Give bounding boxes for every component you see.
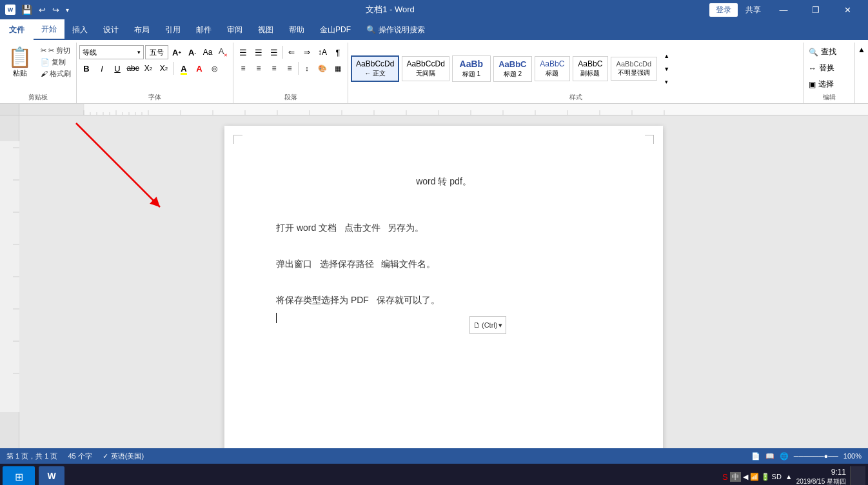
style-nospacing-preview: AaBbCcDd: [406, 59, 444, 68]
increase-indent-button[interactable]: ⇒: [300, 45, 314, 59]
grow-font-button[interactable]: A+: [170, 45, 184, 59]
status-bar: 第 1 页，共 1 页 45 个字 ✓ 英语(美国) 📄 📖 🌐 ──────●…: [0, 448, 868, 464]
menu-home[interactable]: 开始: [34, 19, 64, 40]
ruler-corner: [0, 104, 19, 115]
change-case-button[interactable]: Aa: [201, 45, 215, 59]
format-painter-button[interactable]: 🖌 格式刷: [38, 68, 74, 79]
menu-help[interactable]: 帮助: [281, 19, 312, 40]
customize-icon[interactable]: ▾: [64, 6, 71, 14]
shading-button[interactable]: 🎨: [315, 61, 330, 75]
font-size-selector[interactable]: 五号: [145, 45, 168, 59]
bold-button[interactable]: B: [79, 61, 94, 75]
style-h1[interactable]: AaBb 标题 1: [452, 55, 491, 82]
quick-access-toolbar[interactable]: 💾 ↩ ↪ ▾: [19, 5, 71, 15]
view-read-icon[interactable]: 📖: [765, 452, 774, 460]
font-family-selector[interactable]: 等线 ▾: [79, 45, 144, 59]
select-button[interactable]: ▣ 选择: [806, 77, 836, 91]
style-subtle[interactable]: AaBbCcDd 不明显强调: [611, 57, 657, 81]
menu-references[interactable]: 引用: [157, 19, 188, 40]
multilevel-button[interactable]: ☰: [267, 45, 281, 59]
shrink-font-button[interactable]: A-: [185, 45, 199, 59]
view-web-icon[interactable]: 🌐: [780, 452, 789, 460]
replace-button[interactable]: ↔ 替换: [806, 61, 837, 75]
style-h3[interactable]: AaBbC 标题: [535, 56, 570, 81]
subscript-button[interactable]: X2: [141, 61, 155, 75]
sort-button[interactable]: ↕A: [315, 45, 330, 59]
line-spacing-button[interactable]: ↕: [300, 61, 314, 75]
menu-review[interactable]: 审阅: [219, 19, 250, 40]
italic-button[interactable]: I: [95, 61, 109, 75]
styles-group: AaBbCcDd ← 正文 AaBbCcDd 无间隔 AaBb 标题 1 AaB…: [348, 43, 804, 103]
style-subtitle[interactable]: AaBbC 副标题: [573, 56, 608, 81]
menu-design[interactable]: 设计: [95, 19, 126, 40]
highlight-button[interactable]: A: [177, 61, 191, 75]
status-right: 📄 📖 🌐 ──────●── 100%: [751, 452, 862, 460]
view-normal-icon[interactable]: 📄: [751, 452, 760, 460]
bullets-button[interactable]: ☰: [236, 45, 250, 59]
menu-layout[interactable]: 布局: [126, 19, 157, 40]
show-hide-button[interactable]: ¶: [331, 45, 345, 59]
time-display: 9:11: [796, 467, 846, 478]
cut-button[interactable]: ✂ ✂ 剪切: [38, 45, 74, 56]
numbering-button[interactable]: ☰: [252, 45, 266, 59]
tray-icon-arrow: ◀: [743, 473, 748, 481]
show-desktop-button[interactable]: [850, 466, 865, 485]
align-right-button[interactable]: ≡: [267, 61, 281, 75]
taskbar-word-button[interactable]: W: [39, 466, 64, 485]
style-normal-label: ← 正文: [356, 69, 394, 78]
style-h2[interactable]: AaBbC 标题 2: [493, 56, 532, 82]
document-container: word 转 pdf。 打开 word 文档 点击文件 另存为。 弹出窗口 选择…: [224, 126, 663, 438]
corner-tr: [645, 135, 654, 144]
clear-format-button[interactable]: A✕: [216, 45, 230, 59]
taskbar-word-icon: W: [47, 471, 55, 481]
window-title: 文档1 - Word: [366, 4, 415, 15]
align-left-button[interactable]: ≡: [236, 61, 250, 75]
menu-insert[interactable]: 插入: [64, 19, 95, 40]
corner-tl: [233, 135, 242, 144]
font-color-button[interactable]: A: [192, 61, 206, 75]
borders-button[interactable]: ▦: [331, 61, 345, 75]
styles-expand[interactable]: ▾: [661, 76, 673, 88]
style-normal[interactable]: AaBbCcDd ← 正文: [351, 55, 399, 82]
menu-view[interactable]: 视图: [250, 19, 281, 40]
styles-scroll-down[interactable]: ▼: [661, 63, 673, 75]
document-area[interactable]: word 转 pdf。 打开 word 文档 点击文件 另存为。 弹出窗口 选择…: [19, 115, 868, 448]
ribbon: 📋 粘贴 ✂ ✂ 剪切 📄 复制 🖌 格式刷 剪贴板: [0, 40, 868, 104]
save-icon[interactable]: 💾: [19, 5, 34, 15]
zoom-slider[interactable]: ──────●──: [794, 452, 838, 460]
redo-icon[interactable]: ↪: [50, 5, 61, 15]
menu-file[interactable]: 文件: [0, 19, 34, 40]
start-button[interactable]: ⊞: [3, 466, 35, 485]
strikethrough-button[interactable]: abc: [126, 61, 140, 75]
find-button[interactable]: 🔍 查找: [806, 45, 839, 59]
justify-button[interactable]: ≡: [282, 61, 297, 75]
menu-jinshan-pdf[interactable]: 金山PDF: [312, 19, 359, 40]
align-center-button[interactable]: ≡: [252, 61, 266, 75]
menu-search-help[interactable]: 🔍操作说明搜索: [359, 19, 433, 40]
close-button[interactable]: ✕: [833, 0, 863, 19]
style-nospacing[interactable]: AaBbCcDd 无间隔: [402, 56, 449, 81]
ruler-svg: [19, 104, 868, 115]
superscript-button[interactable]: X2: [157, 61, 171, 75]
styles-content: AaBbCcDd ← 正文 AaBbCcDd 无间隔 AaBb 标题 1 AaB…: [351, 45, 800, 92]
editing-group: 🔍 查找 ↔ 替换 ▣ 选择 编辑: [804, 43, 855, 103]
undo-icon[interactable]: ↩: [37, 5, 48, 15]
maximize-button[interactable]: ❐: [801, 0, 831, 19]
paste-button[interactable]: 📋 粘贴: [3, 45, 37, 81]
decrease-indent-button[interactable]: ⇐: [284, 45, 299, 59]
menu-mailings[interactable]: 邮件: [188, 19, 219, 40]
styles-scroll-up[interactable]: ▲: [661, 50, 673, 62]
hide-icons-button[interactable]: ▲: [785, 473, 793, 480]
ribbon-collapse-button[interactable]: ▲: [855, 43, 868, 103]
font-effects-button[interactable]: ◎: [208, 61, 222, 75]
tray-icon-cn: 中: [730, 472, 741, 482]
document-page[interactable]: word 转 pdf。 打开 word 文档 点击文件 另存为。 弹出窗口 选择…: [224, 126, 663, 448]
minimize-button[interactable]: —: [769, 0, 798, 19]
share-button[interactable]: 共享: [745, 5, 761, 15]
underline-button[interactable]: U: [110, 61, 124, 75]
paste-smart-tag[interactable]: 🗋 (Ctrl) ▾: [469, 316, 506, 334]
tray-icon-network: 📶: [750, 473, 759, 481]
copy-button[interactable]: 📄 复制: [38, 57, 74, 68]
check-icon: ✓: [103, 452, 108, 460]
login-button[interactable]: 登录: [709, 3, 738, 17]
